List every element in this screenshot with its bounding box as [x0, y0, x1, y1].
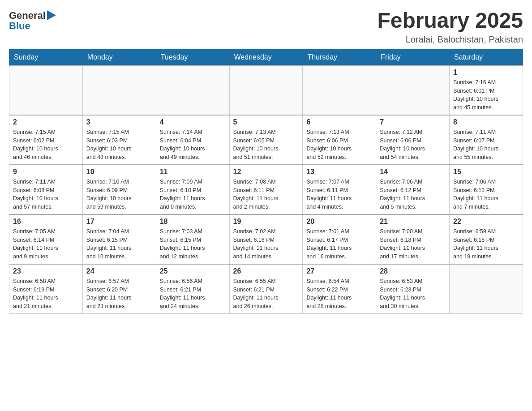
day-number: 4: [160, 118, 226, 126]
table-row: [156, 65, 229, 115]
day-number: 25: [160, 267, 226, 275]
table-row: 8Sunrise: 7:11 AM Sunset: 6:07 PM Daylig…: [450, 115, 523, 165]
table-row: 12Sunrise: 7:08 AM Sunset: 6:11 PM Dayli…: [229, 165, 303, 214]
day-info: Sunrise: 7:16 AM Sunset: 6:01 PM Dayligh…: [453, 78, 519, 112]
day-info: Sunrise: 7:15 AM Sunset: 6:02 PM Dayligh…: [13, 128, 79, 162]
table-row: 10Sunrise: 7:10 AM Sunset: 6:09 PM Dayli…: [82, 165, 156, 214]
calendar-table: Sunday Monday Tuesday Wednesday Thursday…: [9, 49, 523, 314]
day-info: Sunrise: 7:04 AM Sunset: 6:15 PM Dayligh…: [86, 227, 152, 261]
day-info: Sunrise: 7:09 AM Sunset: 6:10 PM Dayligh…: [160, 178, 226, 211]
table-row: 18Sunrise: 7:03 AM Sunset: 6:15 PM Dayli…: [156, 214, 229, 264]
day-number: 10: [86, 168, 152, 176]
table-row: 14Sunrise: 7:06 AM Sunset: 6:12 PM Dayli…: [376, 165, 450, 214]
day-info: Sunrise: 7:07 AM Sunset: 6:11 PM Dayligh…: [306, 178, 372, 211]
day-number: 14: [380, 168, 446, 176]
location-text: Loralai, Balochistan, Pakistan: [377, 34, 523, 45]
header-wednesday: Wednesday: [229, 49, 303, 65]
day-number: 11: [160, 168, 226, 176]
day-number: 22: [453, 218, 519, 226]
day-number: 27: [306, 267, 372, 275]
logo: General Blue: [9, 9, 56, 32]
day-number: 26: [233, 267, 299, 275]
table-row: 16Sunrise: 7:05 AM Sunset: 6:14 PM Dayli…: [9, 214, 83, 264]
day-number: 19: [233, 218, 299, 226]
table-row: 1Sunrise: 7:16 AM Sunset: 6:01 PM Daylig…: [450, 65, 523, 115]
table-row: [9, 65, 83, 115]
header-tuesday: Tuesday: [156, 49, 229, 65]
day-number: 12: [233, 168, 299, 176]
table-row: [450, 264, 523, 314]
header-sunday: Sunday: [9, 49, 83, 65]
table-row: 6Sunrise: 7:13 AM Sunset: 6:06 PM Daylig…: [303, 115, 376, 165]
day-info: Sunrise: 6:59 AM Sunset: 6:18 PM Dayligh…: [453, 227, 519, 261]
table-row: 27Sunrise: 6:54 AM Sunset: 6:22 PM Dayli…: [303, 264, 376, 314]
table-row: 21Sunrise: 7:00 AM Sunset: 6:18 PM Dayli…: [376, 214, 450, 264]
page-header: General Blue February 2025 Loralai, Balo…: [9, 9, 523, 45]
calendar-header-row: Sunday Monday Tuesday Wednesday Thursday…: [9, 49, 523, 65]
day-info: Sunrise: 7:14 AM Sunset: 6:04 PM Dayligh…: [160, 128, 226, 162]
day-info: Sunrise: 7:06 AM Sunset: 6:12 PM Dayligh…: [380, 178, 446, 211]
day-info: Sunrise: 6:58 AM Sunset: 6:19 PM Dayligh…: [13, 277, 79, 311]
day-number: 3: [86, 118, 152, 126]
day-info: Sunrise: 7:06 AM Sunset: 6:13 PM Dayligh…: [453, 178, 519, 211]
calendar-week-row: 23Sunrise: 6:58 AM Sunset: 6:19 PM Dayli…: [9, 264, 523, 314]
table-row: 22Sunrise: 6:59 AM Sunset: 6:18 PM Dayli…: [450, 214, 523, 264]
table-row: 3Sunrise: 7:15 AM Sunset: 6:03 PM Daylig…: [82, 115, 156, 165]
day-info: Sunrise: 7:05 AM Sunset: 6:14 PM Dayligh…: [13, 227, 79, 261]
table-row: 20Sunrise: 7:01 AM Sunset: 6:17 PM Dayli…: [303, 214, 376, 264]
calendar-week-row: 9Sunrise: 7:11 AM Sunset: 6:08 PM Daylig…: [9, 165, 523, 214]
table-row: 13Sunrise: 7:07 AM Sunset: 6:11 PM Dayli…: [303, 165, 376, 214]
table-row: 5Sunrise: 7:13 AM Sunset: 6:05 PM Daylig…: [229, 115, 303, 165]
day-info: Sunrise: 7:13 AM Sunset: 6:06 PM Dayligh…: [306, 128, 372, 162]
month-title: February 2025: [377, 9, 523, 33]
table-row: [82, 65, 156, 115]
day-number: 2: [13, 118, 79, 126]
day-info: Sunrise: 6:56 AM Sunset: 6:21 PM Dayligh…: [160, 277, 226, 311]
day-number: 7: [380, 118, 446, 126]
table-row: [303, 65, 376, 115]
table-row: 11Sunrise: 7:09 AM Sunset: 6:10 PM Dayli…: [156, 165, 229, 214]
table-row: 9Sunrise: 7:11 AM Sunset: 6:08 PM Daylig…: [9, 165, 83, 214]
table-row: 17Sunrise: 7:04 AM Sunset: 6:15 PM Dayli…: [82, 214, 156, 264]
day-info: Sunrise: 7:08 AM Sunset: 6:11 PM Dayligh…: [233, 178, 299, 211]
table-row: 2Sunrise: 7:15 AM Sunset: 6:02 PM Daylig…: [9, 115, 83, 165]
table-row: 28Sunrise: 6:53 AM Sunset: 6:23 PM Dayli…: [376, 264, 450, 314]
logo-arrow-icon: [47, 10, 56, 20]
day-info: Sunrise: 7:10 AM Sunset: 6:09 PM Dayligh…: [86, 178, 152, 211]
day-info: Sunrise: 6:54 AM Sunset: 6:22 PM Dayligh…: [306, 277, 372, 311]
table-row: [376, 65, 450, 115]
day-info: Sunrise: 6:53 AM Sunset: 6:23 PM Dayligh…: [380, 277, 446, 311]
day-info: Sunrise: 7:11 AM Sunset: 6:07 PM Dayligh…: [453, 128, 519, 162]
header-monday: Monday: [82, 49, 156, 65]
title-block: February 2025 Loralai, Balochistan, Paki…: [377, 9, 523, 45]
calendar-week-row: 2Sunrise: 7:15 AM Sunset: 6:02 PM Daylig…: [9, 115, 523, 165]
day-number: 28: [380, 267, 446, 275]
day-info: Sunrise: 7:01 AM Sunset: 6:17 PM Dayligh…: [306, 227, 372, 261]
day-number: 13: [306, 168, 372, 176]
day-info: Sunrise: 7:11 AM Sunset: 6:08 PM Dayligh…: [13, 178, 79, 211]
logo-general-text: General: [9, 10, 46, 21]
day-info: Sunrise: 7:02 AM Sunset: 6:16 PM Dayligh…: [233, 227, 299, 261]
day-number: 20: [306, 218, 372, 226]
logo-blue-text: Blue: [9, 20, 56, 32]
day-info: Sunrise: 7:03 AM Sunset: 6:15 PM Dayligh…: [160, 227, 226, 261]
day-info: Sunrise: 7:12 AM Sunset: 6:06 PM Dayligh…: [380, 128, 446, 162]
table-row: 24Sunrise: 6:57 AM Sunset: 6:20 PM Dayli…: [82, 264, 156, 314]
day-number: 5: [233, 118, 299, 126]
table-row: 19Sunrise: 7:02 AM Sunset: 6:16 PM Dayli…: [229, 214, 303, 264]
table-row: 23Sunrise: 6:58 AM Sunset: 6:19 PM Dayli…: [9, 264, 83, 314]
day-info: Sunrise: 7:00 AM Sunset: 6:18 PM Dayligh…: [380, 227, 446, 261]
day-number: 6: [306, 118, 372, 126]
day-number: 16: [13, 218, 79, 226]
day-number: 17: [86, 218, 152, 226]
day-number: 24: [86, 267, 152, 275]
day-number: 21: [380, 218, 446, 226]
day-number: 8: [453, 118, 519, 126]
calendar-week-row: 16Sunrise: 7:05 AM Sunset: 6:14 PM Dayli…: [9, 214, 523, 264]
day-info: Sunrise: 6:55 AM Sunset: 6:21 PM Dayligh…: [233, 277, 299, 311]
day-number: 1: [453, 68, 519, 77]
svg-marker-0: [47, 10, 56, 20]
table-row: 26Sunrise: 6:55 AM Sunset: 6:21 PM Dayli…: [229, 264, 303, 314]
header-thursday: Thursday: [303, 49, 376, 65]
table-row: 7Sunrise: 7:12 AM Sunset: 6:06 PM Daylig…: [376, 115, 450, 165]
